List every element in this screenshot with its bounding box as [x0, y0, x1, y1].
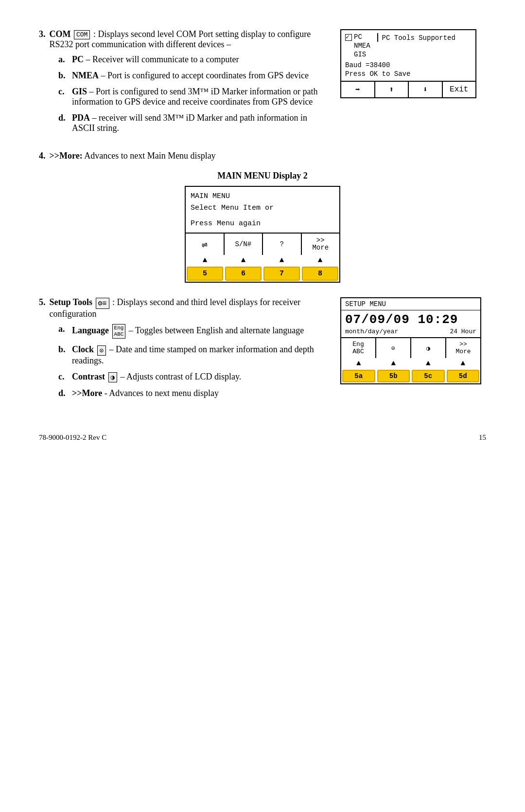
mm-numbers-row: 5 6 7 8: [186, 266, 339, 282]
main-menu-section: MAIN MENU Display 2 MAIN MENU Select Men…: [39, 171, 486, 283]
section-3-title-bold: COM: [50, 29, 71, 39]
gis-label: GIS: [354, 51, 366, 58]
page-content: 3. COM COM : Displays second level COM P…: [39, 29, 486, 442]
sub-content-5a: Language Eng ABC – Toggles between Engli…: [72, 324, 326, 339]
com-btn-right[interactable]: ➡: [341, 82, 375, 97]
com-btn-exit[interactable]: Exit: [443, 82, 476, 97]
mm-line3: Press Menu again: [191, 218, 334, 230]
press-label: Press OK to Save: [345, 70, 472, 78]
baud-row: Baud =38400: [345, 61, 472, 69]
sub-content-b: NMEA – Port is configured to accept coor…: [72, 71, 326, 81]
setup-arrow-4: ▲: [446, 358, 481, 369]
setup-btn-1-line2: ABC: [352, 348, 364, 355]
com-buttons: ➡ ⬆ ⬇ Exit: [341, 81, 475, 97]
sub-bold-5c: Contrast: [72, 372, 105, 381]
com-display: PC NMEA GIS PC Tool: [340, 29, 476, 98]
sub-bold-5b: Clock: [72, 344, 94, 354]
mm-btn-2[interactable]: S/N#: [225, 234, 263, 255]
sub-label-b: b.: [58, 71, 72, 81]
sub-item-d: d. PDA – receiver will send 3M™ iD Marke…: [58, 113, 326, 133]
sub-item-5c: c. Contrast ◑ – Adjusts contrast of LCD …: [58, 372, 326, 382]
setup-date-time: 07/09/09 10:29: [341, 310, 480, 328]
sub-label-d: d.: [58, 113, 72, 133]
setup-display: SETUP MENU 07/09/09 10:29 month/day/year…: [340, 297, 481, 384]
mm-arrow-3: ▲: [262, 255, 301, 266]
sub-content-c: GIS – Port is configured to send 3M™ iD …: [72, 87, 326, 107]
sub-text-5b: – Date and time stamped on marker inform…: [72, 344, 314, 365]
sub-bold-5d: >>More: [72, 388, 102, 398]
setup-num-5a: 5a: [342, 370, 375, 382]
section-5-right: SETUP MENU 07/09/09 10:29 month/day/year…: [340, 297, 486, 404]
mm-btn-3[interactable]: ?: [263, 234, 302, 255]
setup-num-5c: 5c: [412, 370, 445, 382]
com-icon: COM: [74, 30, 90, 39]
sub-content-5b: Clock ⊙ – Date and time stamped on marke…: [72, 344, 326, 365]
section-5: 5. Setup Tools ⚙≡ : Displays second and …: [39, 297, 486, 404]
section-5-num: 5.: [39, 297, 46, 319]
mm-arrow-4: ▲: [301, 255, 339, 266]
mm-btn-1[interactable]: ⇌: [186, 234, 225, 255]
mm-btn-1-icon: ⇌: [202, 238, 208, 251]
mm-btn-4[interactable]: >> More: [302, 234, 340, 255]
mm-buttons: ⇌ S/N# ? >> More: [186, 233, 339, 255]
sub-label-5d: d.: [58, 388, 72, 398]
setup-btn-4[interactable]: >> More: [446, 338, 480, 358]
section-4-bold: >>More:: [50, 151, 83, 161]
footer-left: 78-9000-0192-2 Rev C: [39, 433, 106, 442]
setup-arrows-row: ▲ ▲ ▲ ▲: [341, 358, 480, 369]
section-5-body: a. Language Eng ABC – Toggles between En…: [58, 324, 326, 398]
pc-tools-label: PC Tools Supported: [382, 34, 455, 42]
sub-item-c: c. GIS – Port is configured to send 3M™ …: [58, 87, 326, 107]
setup-btn-2[interactable]: ⊙: [376, 338, 411, 358]
section-3: 3. COM COM : Displays second level COM P…: [39, 29, 486, 139]
setup-btn-2-label: ⊙: [391, 344, 395, 352]
section-3-body: a. PC – Receiver will communicate to a c…: [58, 54, 326, 133]
main-menu-display: MAIN MENU Select Menu Item or Press Menu…: [185, 186, 340, 283]
section-3-intro: COM COM : Displays second level COM Port…: [50, 29, 326, 50]
pc-tools: PC Tools Supported: [377, 33, 455, 42]
nmea-label: NMEA: [354, 42, 370, 50]
mm-text-area: MAIN MENU Select Menu Item or Press Menu…: [186, 187, 339, 233]
sub-content-a: PC – Receiver will communicate to a comp…: [72, 54, 326, 65]
setup-num-5b: 5b: [377, 370, 410, 382]
mm-num-6: 6: [225, 267, 262, 281]
mm-arrow-2: ▲: [224, 255, 262, 266]
sub-text-5d: - Advances to next menu display: [105, 388, 219, 398]
pc-label: PC: [354, 33, 362, 41]
sub-item-b: b. NMEA – Port is configured to accept c…: [58, 71, 326, 81]
mm-btn-4-line2: More: [312, 244, 329, 252]
sub-bold-d: PDA: [72, 113, 90, 123]
com-btn-down[interactable]: ⬇: [409, 82, 443, 97]
sub-item-5b: b. Clock ⊙ – Date and time stamped on ma…: [58, 344, 326, 365]
mm-arrow-1: ▲: [186, 255, 224, 266]
setup-arrow-2: ▲: [376, 358, 411, 369]
section-5-left: 5. Setup Tools ⚙≡ : Displays second and …: [39, 297, 326, 404]
setup-arrow-3: ▲: [411, 358, 446, 369]
mm-btn-2-label: S/N#: [235, 240, 251, 248]
sub-bold-c: GIS: [72, 87, 87, 96]
section-4: 4. >>More: Advances to next Main Menu di…: [39, 151, 486, 161]
sub-text-5a: – Toggles between English and alternate …: [129, 325, 304, 335]
sub-label-5c: c.: [58, 372, 72, 382]
setup-numbers-row: 5a 5b 5c 5d: [341, 369, 480, 383]
mm-num-8: 8: [302, 267, 338, 281]
com-btn-up[interactable]: ⬆: [375, 82, 409, 97]
sub-content-5c: Contrast ◑ – Adjusts contrast of LCD dis…: [72, 372, 326, 382]
sub-label-5b: b.: [58, 344, 72, 365]
section-4-rest: Advances to next Main Menu display: [84, 151, 215, 161]
setup-subtitle: month/day/year 24 Hour: [341, 328, 480, 337]
sub-text-5c: – Adjusts contrast of LCD display.: [120, 372, 241, 381]
mm-num-5: 5: [187, 267, 223, 281]
com-display-inner: PC NMEA GIS PC Tool: [341, 30, 475, 81]
setup-btn-1[interactable]: Eng ABC: [341, 338, 376, 358]
sub-content-5d: >>More - Advances to next menu display: [72, 388, 326, 398]
setup-btn-3[interactable]: ◑: [411, 338, 446, 358]
baud-label: Baud =38400: [345, 61, 390, 69]
com-display-row: PC NMEA GIS PC Tool: [345, 33, 472, 59]
sub-bold-b: NMEA: [72, 71, 99, 80]
section-5-title-bold: Setup Tools: [50, 297, 93, 307]
sub-item-a: a. PC – Receiver will communicate to a c…: [58, 54, 326, 65]
lang-icon: Eng ABC: [112, 324, 126, 339]
mm-btn-4-line1: >>: [316, 237, 325, 244]
section-4-content: >>More: Advances to next Main Menu displ…: [50, 151, 216, 161]
